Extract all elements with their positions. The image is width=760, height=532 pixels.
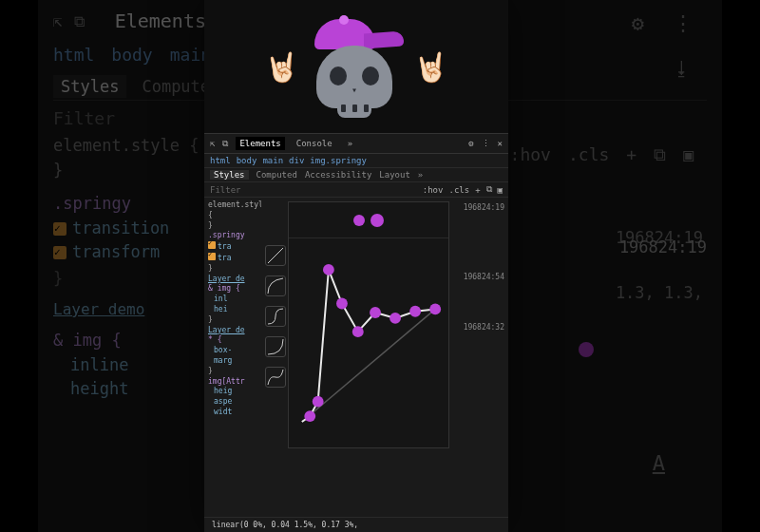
subtab-more[interactable]: » xyxy=(418,170,423,180)
easing-thumb[interactable] xyxy=(265,276,286,296)
tab-elements[interactable]: Elements xyxy=(236,137,284,150)
rock-hand-right: 🤘🏻 xyxy=(413,50,448,84)
easing-handle[interactable] xyxy=(336,298,348,310)
easing-handle[interactable] xyxy=(304,410,315,422)
crumb-html[interactable]: html xyxy=(53,45,94,65)
easing-handle[interactable] xyxy=(370,307,381,318)
device-icon[interactable]: ⧉ xyxy=(222,139,228,149)
easing-preview-dots xyxy=(289,202,448,238)
prop: height xyxy=(70,379,128,398)
prop: hei xyxy=(214,305,257,315)
gear-icon[interactable]: ⚙ xyxy=(468,139,473,148)
code-line: } xyxy=(208,367,257,377)
checkbox-icon[interactable] xyxy=(53,222,66,236)
crumb[interactable]: body xyxy=(237,156,257,165)
subtab-styles[interactable]: Styles xyxy=(53,75,126,98)
cls-toggle[interactable]: .cls xyxy=(568,144,609,165)
easing-graph[interactable] xyxy=(289,238,448,447)
vals: 1.3, 1.3, xyxy=(616,283,703,302)
subtab-layout[interactable]: Layout xyxy=(379,170,410,180)
easing-thumb[interactable] xyxy=(265,367,286,388)
checkbox-icon[interactable] xyxy=(208,241,216,249)
more-icon[interactable]: ⋮ xyxy=(673,11,694,35)
prop: marg xyxy=(214,356,257,367)
prop: inline xyxy=(70,355,128,374)
download-icon[interactable]: ⭳ xyxy=(673,57,692,80)
prop: inl xyxy=(214,294,257,305)
layer-link[interactable]: Layer de xyxy=(208,326,257,336)
subtab-computed[interactable]: Computed xyxy=(256,170,297,180)
crumb[interactable]: main xyxy=(262,156,283,165)
easing-handle[interactable] xyxy=(390,313,401,324)
easing-handle[interactable] xyxy=(313,396,324,408)
source-link[interactable]: 196824:54 xyxy=(464,273,504,281)
selector: & img { xyxy=(53,331,122,350)
layer-link[interactable]: Layer de xyxy=(208,275,257,285)
crumb[interactable]: img.springy xyxy=(310,156,367,165)
source-link[interactable]: 196824:32 xyxy=(464,323,504,332)
easing-handle[interactable] xyxy=(323,264,334,276)
subtab-styles[interactable]: Styles xyxy=(210,170,249,180)
easing-handle[interactable] xyxy=(409,306,421,317)
filter-input[interactable]: Filter xyxy=(210,185,241,195)
selector: .springy xyxy=(53,194,131,213)
easing-thumb[interactable] xyxy=(265,336,286,357)
tab-elements[interactable]: Elements xyxy=(115,10,206,32)
box-icon[interactable]: ▣ xyxy=(498,185,503,195)
selector: & img { xyxy=(208,284,257,294)
easing-thumb[interactable] xyxy=(265,245,286,266)
tab-console[interactable]: Console xyxy=(293,137,336,150)
easing-handle[interactable] xyxy=(352,326,364,337)
plus-icon[interactable]: + xyxy=(626,144,636,165)
crumb-body[interactable]: body xyxy=(111,45,152,65)
page-preview: 🤘🏻 ▾ 🤘🏻 xyxy=(204,0,508,133)
close-icon[interactable]: ✕ xyxy=(498,139,503,148)
checkbox-icon[interactable] xyxy=(53,246,66,259)
easing-thumb[interactable] xyxy=(265,306,286,327)
checkbox-icon[interactable] xyxy=(208,253,216,260)
gear-icon[interactable]: ⚙ xyxy=(632,11,644,35)
subtab-accessibility[interactable]: Accessibility xyxy=(305,170,371,180)
crumb[interactable]: html xyxy=(210,156,231,165)
easing-handle[interactable] xyxy=(579,342,594,357)
prop: heig xyxy=(214,387,257,397)
easing-value: linear(0 0%, 0.04 1.5%, 0.17 3%, xyxy=(204,517,508,532)
prop: aspe xyxy=(214,397,257,408)
easing-editor[interactable] xyxy=(288,201,449,448)
cls-toggle[interactable]: .cls xyxy=(448,185,469,195)
plus-icon[interactable]: + xyxy=(475,185,480,195)
foreground-panel: 🤘🏻 ▾ 🤘🏻 ⇱ ⧉ Elements Console » ⚙ ⋮ ✕ xyxy=(204,0,508,532)
source-link[interactable]: 196824:19 xyxy=(619,238,707,256)
font-size-icon[interactable]: A xyxy=(653,451,665,475)
tab-more[interactable]: » xyxy=(344,137,356,150)
inspect-icon[interactable]: ⇱ xyxy=(210,139,215,148)
crumb[interactable]: div xyxy=(289,156,304,165)
preview-dot xyxy=(370,214,384,227)
hov-toggle[interactable]: :hov xyxy=(423,185,444,195)
hov-toggle[interactable]: :hov xyxy=(510,144,551,165)
prop: widt xyxy=(214,408,257,418)
source-link[interactable]: 196824:19 xyxy=(464,203,504,212)
selector: img[Attr xyxy=(208,377,257,388)
styles-pane[interactable]: element.style { } .springy tra tra } Lay… xyxy=(204,198,261,517)
inspect-icon[interactable]: ⇱ xyxy=(53,12,63,30)
preview-dot xyxy=(353,215,365,226)
breadcrumb[interactable]: html body main div img.springy xyxy=(204,154,508,168)
device-icon[interactable]: ⧉ xyxy=(74,12,85,30)
more-icon[interactable]: ⋮ xyxy=(482,139,490,148)
code-line: } xyxy=(208,221,257,232)
selector: .springy xyxy=(208,231,257,241)
prop: box- xyxy=(214,346,257,356)
device-icon[interactable]: ⧉ xyxy=(486,184,492,195)
easing-thumbnails xyxy=(261,198,290,517)
rock-hand-left: 🤘🏻 xyxy=(264,50,299,84)
box-icon[interactable]: ▣ xyxy=(683,144,694,165)
devtools-panel: ⇱ ⧉ Elements Console » ⚙ ⋮ ✕ html body m… xyxy=(204,133,508,532)
prop: transform xyxy=(72,242,160,261)
selector: * { xyxy=(208,335,257,346)
code-line: element.style { xyxy=(208,200,257,221)
device-icon[interactable]: ⧉ xyxy=(654,144,666,165)
skull-logo: ▾ xyxy=(309,19,404,114)
code-line: } xyxy=(208,264,257,275)
easing-handle[interactable] xyxy=(429,303,441,314)
